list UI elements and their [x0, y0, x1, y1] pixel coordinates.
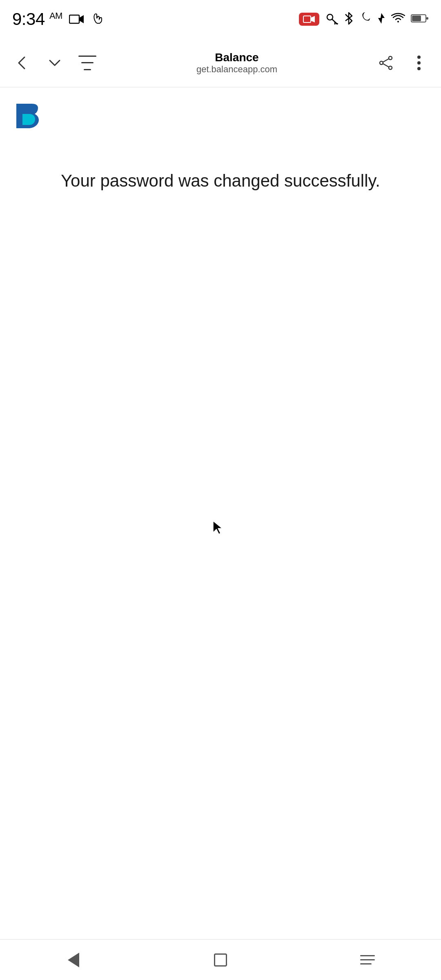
svg-rect-0: [69, 15, 79, 23]
filter-icon: [78, 56, 96, 70]
svg-point-13: [389, 66, 392, 69]
nav-menu-button[interactable]: [351, 948, 384, 972]
location-icon: [377, 12, 385, 26]
nav-back-icon: [68, 953, 79, 967]
status-bar: 9:34 AM: [0, 0, 441, 38]
share-icon: [379, 56, 394, 70]
svg-marker-20: [213, 521, 222, 534]
nav-menu-icon: [360, 955, 375, 964]
status-time-unit: AM: [49, 11, 62, 21]
page-url: get.balanceapp.com: [196, 64, 277, 75]
success-text: Your password was changed successfully.: [41, 169, 400, 193]
wifi-icon: [391, 13, 405, 26]
nav-menu-line-2: [360, 959, 375, 960]
svg-point-17: [417, 56, 421, 59]
recording-badge: [299, 13, 319, 26]
filter-button[interactable]: [75, 51, 100, 75]
svg-point-12: [389, 56, 392, 60]
back-button[interactable]: [10, 51, 34, 75]
bluetooth-icon: [344, 11, 354, 27]
svg-marker-1: [80, 15, 84, 23]
more-options-icon: [417, 55, 421, 71]
svg-marker-8: [378, 13, 385, 24]
svg-rect-10: [412, 16, 421, 21]
share-button[interactable]: [374, 51, 399, 75]
chevron-down-icon: [48, 56, 61, 69]
svg-line-16: [383, 64, 389, 67]
battery-icon: [411, 13, 429, 25]
address-bar[interactable]: Balance get.balanceapp.com: [108, 51, 366, 75]
status-time: 9:34 AM: [12, 9, 62, 29]
page-title: Balance: [215, 51, 258, 64]
browser-content: Your password was changed successfully.: [0, 87, 441, 939]
status-bar-right: [299, 11, 429, 27]
back-arrow-icon: [15, 56, 29, 70]
tabs-button[interactable]: [42, 51, 67, 75]
nav-menu-line-3: [360, 963, 372, 964]
bottom-nav-bar: [0, 939, 441, 980]
nav-home-icon: [214, 953, 227, 967]
balance-logo: [12, 100, 45, 132]
svg-rect-11: [426, 17, 428, 20]
video-call-icon: [69, 13, 85, 25]
nav-back-button[interactable]: [57, 948, 90, 972]
svg-line-15: [383, 59, 389, 62]
success-message-container: Your password was changed successfully.: [0, 169, 441, 193]
browser-toolbar: Balance get.balanceapp.com: [0, 38, 441, 87]
svg-point-14: [380, 61, 383, 65]
nav-home-button[interactable]: [204, 948, 237, 972]
svg-point-19: [417, 67, 421, 70]
key-icon: [325, 12, 338, 27]
moon-icon: [359, 12, 372, 26]
gesture-icon: [91, 11, 106, 27]
more-options-button[interactable]: [407, 51, 431, 75]
svg-rect-2: [303, 16, 311, 22]
nav-menu-line-1: [360, 955, 375, 956]
status-bar-left: 9:34 AM: [12, 9, 106, 29]
svg-point-18: [417, 61, 421, 65]
svg-marker-3: [311, 16, 315, 22]
